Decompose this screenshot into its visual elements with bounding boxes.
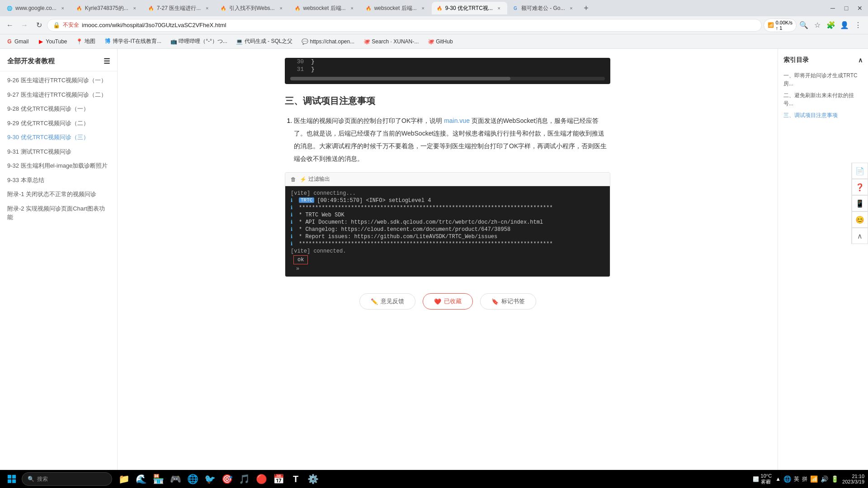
tab-5-close[interactable]: × — [349, 5, 356, 12]
input-pinyin-icon[interactable]: 拼 — [802, 475, 807, 483]
toc-collapse-icon[interactable]: ∧ — [858, 56, 863, 64]
taskbar-clock[interactable]: 21:10 2023/3/19 — [842, 474, 864, 484]
bookmark-sql[interactable]: 💻 代码生成 - SQL之父 — [234, 37, 296, 46]
tab-2-close[interactable]: × — [131, 5, 138, 12]
bookmark-gmail[interactable]: G Gmail — [4, 38, 31, 46]
bookmark-chatopen[interactable]: 💬 https://chat.open... — [299, 38, 357, 46]
tab-8-close[interactable]: × — [568, 5, 575, 12]
tab-2-favicon: 🔥 — [76, 5, 82, 11]
tab-7[interactable]: 🔥 9-30 优化TRTC视... × — [432, 2, 507, 14]
settings-icon: ⚙️ — [307, 474, 319, 484]
right-icon-mobile[interactable]: 📱 — [852, 195, 868, 211]
bookmark-bilibili[interactable]: 📺 哔哩哔哩（°-°）つ... — [168, 37, 230, 46]
menu-button[interactable]: ⋮ — [852, 19, 864, 32]
tab-8[interactable]: G 额可难老公 - Go... × — [508, 2, 580, 14]
forward-button[interactable]: → — [18, 19, 31, 32]
right-icon-chat[interactable]: 😊 — [852, 211, 868, 228]
taskbar-app-music[interactable]: 🎵 — [236, 471, 252, 487]
wifi-taskbar-icon[interactable]: 📶 — [810, 475, 818, 483]
taskbar-app-store[interactable]: 🏪 — [150, 471, 166, 487]
action-bar: ✏️ 意见反馈 ❤️ 已收藏 🔖 标记书签 — [285, 284, 610, 319]
refresh-button[interactable]: ↻ — [33, 19, 45, 32]
console-delete-button[interactable]: 🗑 — [291, 176, 296, 183]
toc-item-3[interactable]: 三、调试项目注意事项 — [783, 109, 863, 121]
extensions-button[interactable]: 🧩 — [825, 19, 837, 32]
bookmark-youtube[interactable]: ▶ YouTube — [35, 38, 70, 46]
content-area[interactable]: 30 } 31 } 三、调试项目注意事项 — [118, 49, 778, 470]
feedback-button[interactable]: ✏️ 意见反馈 — [359, 293, 415, 310]
taskbar-app-twitter[interactable]: 🐦 — [202, 471, 218, 487]
taskbar-sys: 🌫️ 10°C 雾霾 ▲ 🌐 英 拼 📶 🔊 🔋 21:10 2023/3/19 — [753, 473, 864, 485]
minimize-button[interactable]: ─ — [826, 2, 839, 14]
taskbar-search[interactable]: 🔍 搜索 — [22, 472, 112, 486]
start-button[interactable] — [4, 471, 20, 487]
close-button[interactable]: ✕ — [854, 2, 866, 14]
sidebar-item-930[interactable]: 9-30 优化TRTC视频问诊（三） — [0, 130, 117, 145]
main-vue-link[interactable]: main.vue — [444, 117, 470, 124]
tray-expand-icon[interactable]: ▲ — [775, 476, 781, 482]
code-scrollbar[interactable] — [290, 77, 605, 80]
sidebar-item-929[interactable]: 9-29 优化TRTC视频问诊（二） — [0, 116, 117, 131]
toc-item-1[interactable]: 一、即将开始问诊才生成TRTC房... — [783, 70, 863, 89]
sidebar-item-931[interactable]: 9-31 测试TRTC视频问诊 — [0, 145, 117, 159]
taskbar-app-red[interactable]: 🔴 — [253, 471, 269, 487]
console-line-2-text: [00:49:51:570] <INFO> setLogLevel 4 — [317, 197, 431, 204]
tab-3-label: 7-27 医生端进行... — [157, 5, 201, 12]
store-icon: 🏪 — [153, 474, 164, 484]
sidebar-item-932[interactable]: 9-32 医生端利用el-image加载诊断照片 — [0, 159, 117, 173]
sidebar-item-933[interactable]: 9-33 本章总结 — [0, 173, 117, 188]
tab-1-close[interactable]: × — [59, 5, 66, 12]
taskbar-app-t[interactable]: T — [288, 471, 304, 487]
tab-3[interactable]: 🔥 7-27 医生端进行... × — [143, 2, 215, 14]
tab-4-label: 引入找不到Webs... — [229, 5, 274, 12]
network-icon[interactable]: 🌐 — [783, 475, 791, 483]
bookmark-star[interactable]: ☆ — [811, 19, 824, 32]
tab-7-close[interactable]: × — [495, 5, 503, 12]
volume-icon[interactable]: 🔊 — [821, 475, 828, 483]
sidebar-item-appendix2[interactable]: 附录-2 实现视频问诊页面Chart图表功能 — [0, 202, 117, 225]
input-en-icon[interactable]: 英 — [794, 475, 799, 483]
tab-6-close[interactable]: × — [420, 5, 427, 12]
right-icon-up[interactable]: ∧ — [852, 228, 868, 244]
console-filter-button[interactable]: ⚡ 过滤输出 — [300, 175, 330, 183]
address-bar[interactable]: 🔒 不安全 imooc.com/wiki/hospital/3so70GUtzL… — [47, 19, 762, 32]
tab-6-favicon: 🔥 — [365, 5, 372, 11]
taskbar-app-explorer[interactable]: 📁 — [116, 471, 132, 487]
right-icon-doc[interactable]: 📄 — [852, 163, 868, 179]
tab-2[interactable]: 🔥 Kyrie3748375的... × — [71, 2, 143, 14]
tab-3-close[interactable]: × — [203, 5, 211, 12]
sidebar-menu-icon[interactable]: ☰ — [104, 57, 110, 66]
sidebar-item-926[interactable]: 9-26 医生端进行TRTC视频问诊（一） — [0, 73, 117, 88]
back-button[interactable]: ← — [4, 19, 16, 32]
taskbar-app-calendar[interactable]: 📅 — [270, 471, 287, 487]
sidebar-item-appendix1[interactable]: 附录-1 关闭状态不正常的视频问诊 — [0, 187, 117, 202]
sidebar-item-928[interactable]: 9-28 优化TRTC视频问诊（一） — [0, 102, 117, 116]
taskbar-app-settings[interactable]: ⚙️ — [305, 471, 321, 487]
tab-6[interactable]: 🔥 websocket 后端... × — [361, 2, 431, 14]
toc-item-2[interactable]: 二、避免刷新出来未付款的挂号... — [783, 89, 863, 109]
taskbar-app-chrome[interactable]: 🌐 — [184, 471, 201, 487]
maximize-button[interactable]: □ — [840, 2, 853, 14]
tab-5[interactable]: 🔥 websocket 后端... × — [290, 2, 360, 14]
info-icon-6: ℹ — [291, 226, 296, 232]
search-button[interactable]: 🔍 — [797, 19, 810, 32]
bookmark-button[interactable]: 🔖 标记书签 — [480, 293, 536, 310]
tab-4[interactable]: 🔥 引入找不到Webs... × — [216, 2, 289, 14]
sidebar-item-927[interactable]: 9-27 医生端进行TRTC视频问诊（二） — [0, 88, 117, 102]
new-tab-button[interactable]: + — [580, 2, 593, 14]
tab-1[interactable]: 🌐 www.google.co... × — [2, 2, 71, 14]
right-icon-help[interactable]: ❓ — [852, 179, 868, 195]
bookmark-github[interactable]: 🐙 GitHub — [425, 38, 455, 46]
tab-6-label: websocket 后端... — [374, 5, 417, 12]
collect-button[interactable]: ❤️ 已收藏 — [423, 293, 473, 310]
bookmark-maps[interactable]: 📍 地图 — [74, 37, 98, 46]
tab-4-close[interactable]: × — [278, 5, 285, 12]
profile-button[interactable]: 👤 — [838, 19, 851, 32]
taskbar-app-game[interactable]: 🎮 — [167, 471, 184, 487]
taskbar-app-unity[interactable]: 🎯 — [219, 471, 235, 487]
right-icon-panel: 📄 ❓ 📱 😊 ∧ — [851, 163, 868, 244]
bookmark-boxuegu[interactable]: 博 博学谷-IT在线教育... — [102, 37, 165, 46]
taskbar-app-edge[interactable]: 🌊 — [133, 471, 149, 487]
battery-icon[interactable]: 🔋 — [831, 475, 839, 483]
bookmark-xunan[interactable]: 🐙 Search · XUNAN-... — [361, 38, 421, 46]
